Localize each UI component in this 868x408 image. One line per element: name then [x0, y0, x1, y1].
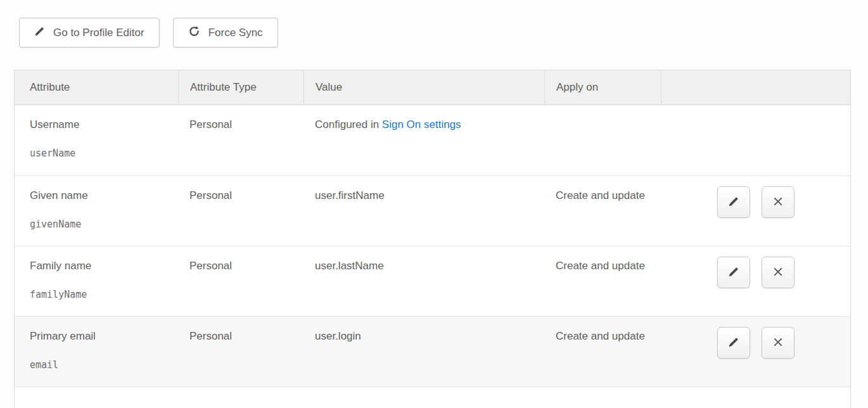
apply-on-cell [544, 105, 661, 175]
attribute-label: Family name [30, 260, 91, 272]
attribute-cell: Primary email email [15, 317, 178, 386]
pencil-icon [728, 266, 739, 279]
column-header-apply-on: Apply on [544, 70, 661, 105]
sign-on-settings-link[interactable]: Sign On settings [382, 118, 461, 131]
attribute-variable-name: email [30, 358, 172, 372]
attribute-label: Given name [30, 189, 88, 201]
table-row: Primary email email Personal user.login … [15, 316, 850, 386]
force-sync-label: Force Sync [208, 27, 263, 39]
attribute-type-label: Personal [189, 189, 232, 201]
attribute-type-cell: Personal [178, 176, 303, 246]
attribute-cell: Username userName [15, 105, 178, 175]
value-text: user.lastName [315, 260, 384, 272]
value-text: user.login [315, 330, 361, 342]
attribute-type-cell: Personal [178, 246, 303, 316]
table-row: Given name givenName Personal user.first… [15, 175, 850, 246]
attribute-variable-name: givenName [30, 217, 172, 231]
apply-on-label: Create and update [556, 189, 645, 201]
table-row: Family name familyName Personal user.las… [15, 246, 850, 316]
column-header-actions [661, 70, 850, 105]
value-cell: user.lastName [303, 246, 544, 316]
attribute-cell: Given name givenName [15, 176, 178, 246]
table-row-partial [15, 386, 850, 408]
attribute-type-label: Personal [189, 260, 232, 272]
edit-attribute-button[interactable] [717, 257, 750, 288]
go-to-profile-editor-button[interactable]: Go to Profile Editor [19, 18, 160, 48]
apply-on-cell: Create and update [544, 246, 661, 316]
close-icon [772, 266, 784, 279]
attribute-mappings-table: Attribute Attribute Type Value Apply on … [14, 70, 851, 408]
apply-on-cell: Create and update [544, 176, 661, 246]
force-sync-button[interactable]: Force Sync [173, 18, 278, 48]
attribute-type-cell: Personal [178, 105, 303, 175]
toolbar: Go to Profile Editor Force Sync [0, 0, 868, 48]
table-header-row: Attribute Attribute Type Value Apply on [15, 70, 850, 105]
actions-cell [661, 105, 850, 175]
go-to-profile-editor-label: Go to Profile Editor [53, 27, 144, 39]
value-text: Configured in [315, 118, 382, 131]
column-header-attribute-type: Attribute Type [178, 70, 303, 105]
close-icon [772, 336, 784, 350]
table-body: Username userName Personal Configured in… [15, 105, 850, 386]
actions-cell [661, 317, 850, 386]
attribute-type-label: Personal [189, 118, 232, 131]
pencil-icon [728, 196, 739, 209]
apply-on-label: Create and update [556, 260, 645, 272]
pencil-icon [728, 336, 739, 350]
close-icon [772, 196, 784, 209]
value-cell: user.login [303, 317, 544, 386]
delete-attribute-button[interactable] [762, 257, 795, 288]
value-text: user.firstName [315, 189, 385, 201]
attribute-label: Primary email [30, 330, 96, 342]
edit-attribute-button[interactable] [717, 186, 750, 218]
value-cell: Configured in Sign On settings [303, 105, 544, 175]
column-header-attribute: Attribute [15, 70, 178, 105]
refresh-icon [188, 25, 200, 41]
apply-on-cell: Create and update [544, 317, 661, 386]
attribute-type-label: Personal [189, 330, 232, 342]
attribute-label: Username [30, 118, 79, 131]
actions-cell [661, 176, 850, 246]
apply-on-label: Create and update [556, 330, 645, 342]
delete-attribute-button[interactable] [762, 327, 795, 359]
value-cell: user.firstName [303, 176, 544, 246]
attribute-cell: Family name familyName [15, 246, 178, 316]
delete-attribute-button[interactable] [762, 186, 795, 218]
attribute-type-cell: Personal [178, 317, 303, 386]
actions-cell [661, 246, 850, 316]
attribute-mappings-page: Go to Profile Editor Force Sync Attribut… [0, 0, 868, 408]
column-header-value: Value [303, 70, 544, 105]
attribute-variable-name: userName [30, 146, 172, 160]
table-row: Username userName Personal Configured in… [15, 105, 850, 175]
attribute-variable-name: familyName [30, 288, 172, 302]
pencil-icon [34, 26, 45, 40]
edit-attribute-button[interactable] [717, 327, 750, 359]
